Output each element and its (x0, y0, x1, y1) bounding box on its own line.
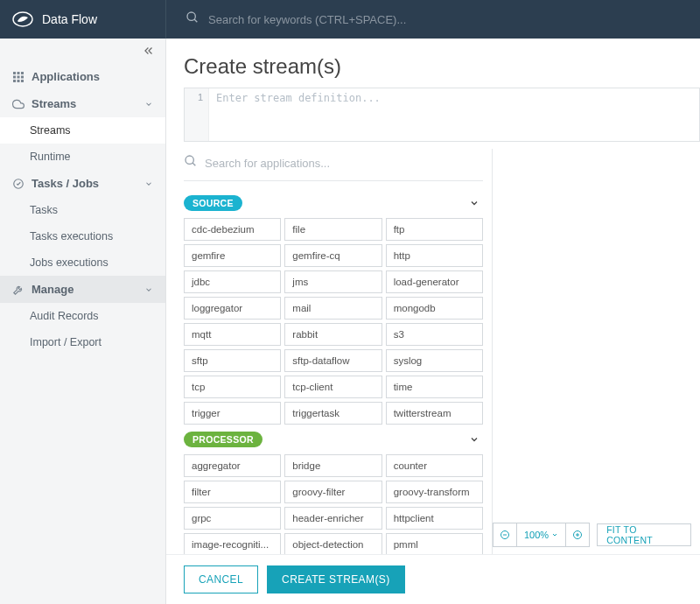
chevron-down-icon (469, 434, 480, 445)
sidebar-item-applications[interactable]: Applications (0, 63, 165, 90)
sidebar-item-import-export[interactable]: Import / Export (0, 329, 165, 355)
app-chip-processor[interactable]: groovy-transform (386, 481, 483, 503)
chevron-down-icon (144, 179, 153, 188)
search-icon (184, 154, 198, 172)
create-stream-button[interactable]: CREATE STREAM(S) (267, 565, 405, 593)
app-chip-source[interactable]: gemfire-cq (284, 244, 382, 267)
tasks-icon (12, 178, 24, 190)
search-icon (186, 11, 200, 28)
page-title: Create stream(s) (184, 54, 682, 79)
app-chip-source[interactable]: tcp (184, 376, 281, 398)
sidebar-label: Tasks / Jobs (32, 177, 99, 190)
app-chip-source[interactable]: jdbc (184, 270, 281, 293)
svg-rect-10 (18, 80, 20, 82)
app-chip-source[interactable]: mail (284, 297, 382, 320)
category-source-header[interactable]: SOURCE (184, 195, 483, 211)
sidebar-collapse-button[interactable] (0, 39, 165, 63)
app-chip-source[interactable]: ftp (386, 218, 483, 241)
sidebar-item-tasks-sub[interactable]: Tasks (0, 197, 165, 223)
chevron-down-icon (144, 285, 153, 294)
app-chip-source[interactable]: sftp-dataflow (284, 349, 382, 372)
svg-rect-7 (18, 75, 20, 78)
svg-rect-11 (21, 80, 24, 82)
app-chip-source[interactable]: syslog (386, 349, 483, 372)
app-chip-processor[interactable]: object-detection (284, 533, 382, 554)
stream-definition-editor[interactable]: 1 Enter stream definition... (184, 88, 700, 142)
app-chip-processor[interactable]: image-recogniti... (184, 533, 281, 554)
zoom-in-button[interactable] (566, 523, 589, 546)
app-chip-source[interactable]: triggertask (284, 402, 382, 425)
app-chip-source[interactable]: s3 (386, 323, 483, 346)
svg-point-13 (186, 156, 193, 164)
sidebar-item-tasks-executions[interactable]: Tasks executions (0, 223, 165, 249)
app-chip-source[interactable]: twitterstream (386, 402, 483, 425)
app-chip-source[interactable]: gemfire (184, 244, 281, 267)
fit-to-content-button[interactable]: FIT TO CONTENT (597, 523, 691, 546)
application-search-input[interactable] (205, 157, 483, 170)
app-chip-source[interactable]: http (386, 244, 483, 267)
sidebar-label: Applications (32, 70, 100, 83)
zoom-level-dropdown[interactable]: 100% (516, 523, 566, 546)
app-chip-source[interactable]: tcp-client (284, 376, 382, 398)
app-chip-processor[interactable]: grpc (184, 507, 281, 530)
main-content: Create stream(s) 1 Enter stream definiti… (166, 39, 700, 604)
app-chip-processor[interactable]: httpclient (386, 507, 483, 530)
sidebar-item-streams[interactable]: Streams (0, 90, 165, 117)
app-chip-source[interactable]: cdc-debezium (184, 218, 281, 241)
chevron-down-icon (144, 100, 153, 109)
application-palette: SOURCE cdc-debeziumfileftpgemfiregemfire… (184, 149, 492, 554)
app-chip-source[interactable]: trigger (184, 402, 281, 425)
application-search[interactable] (184, 149, 483, 181)
app-chip-processor[interactable]: filter (184, 481, 281, 503)
svg-rect-6 (13, 75, 16, 78)
svg-rect-4 (18, 72, 20, 74)
sidebar-item-tasks[interactable]: Tasks / Jobs (0, 170, 165, 197)
app-chip-source[interactable]: mqtt (184, 323, 281, 346)
app-chip-source[interactable]: file (284, 218, 382, 241)
top-header: Data Flow (0, 0, 700, 39)
processor-badge: PROCESSOR (184, 432, 262, 447)
sidebar-item-jobs-executions[interactable]: Jobs executions (0, 249, 165, 276)
app-chip-processor[interactable]: pmml (386, 533, 483, 554)
leaf-icon (12, 9, 33, 30)
sidebar: Applications Streams Streams Runtime Tas… (0, 39, 166, 604)
editor-placeholder[interactable]: Enter stream definition... (209, 88, 699, 141)
sidebar-item-runtime[interactable]: Runtime (0, 144, 165, 170)
app-chip-source[interactable]: load-generator (386, 270, 483, 293)
zoom-out-button[interactable] (494, 523, 516, 546)
sidebar-label: Streams (32, 97, 76, 110)
cloud-icon (12, 98, 24, 110)
sidebar-item-audit-records[interactable]: Audit Records (0, 303, 165, 329)
footer-actions: CANCEL CREATE STREAM(S) (166, 554, 700, 604)
category-processor-header[interactable]: PROCESSOR (184, 432, 483, 447)
zoom-control: 100% (493, 523, 590, 547)
app-chip-processor[interactable]: counter (386, 454, 483, 477)
grid-icon (12, 71, 24, 83)
app-chip-source[interactable]: sftp (184, 349, 281, 372)
app-chip-source[interactable]: jms (284, 270, 382, 293)
app-chip-source[interactable]: mongodb (386, 297, 483, 320)
brand-text: Data Flow (42, 12, 97, 26)
svg-line-14 (192, 163, 195, 165)
app-chip-processor[interactable]: aggregator (184, 454, 281, 477)
svg-rect-8 (21, 75, 24, 78)
app-chip-source[interactable]: time (386, 376, 483, 398)
svg-point-1 (187, 12, 195, 20)
global-search-input[interactable] (208, 13, 700, 26)
app-chip-processor[interactable]: header-enricher (284, 507, 382, 530)
cancel-button[interactable]: CANCEL (184, 565, 258, 593)
editor-gutter: 1 (185, 88, 209, 141)
app-chip-processor[interactable]: groovy-filter (284, 481, 382, 503)
sidebar-item-streams-sub[interactable]: Streams (0, 117, 165, 144)
brand-area[interactable]: Data Flow (0, 0, 166, 39)
sidebar-item-manage[interactable]: Manage (0, 276, 165, 303)
global-search[interactable] (166, 11, 700, 28)
app-chip-processor[interactable]: bridge (284, 454, 382, 477)
wrench-icon (12, 284, 24, 296)
svg-line-2 (194, 19, 197, 22)
app-chip-source[interactable]: rabbit (284, 323, 382, 346)
app-chip-source[interactable]: loggregator (184, 297, 281, 320)
svg-rect-3 (13, 72, 16, 74)
chevron-down-icon (469, 198, 480, 208)
design-canvas[interactable]: 100% FIT TO CONTENT (492, 149, 700, 554)
